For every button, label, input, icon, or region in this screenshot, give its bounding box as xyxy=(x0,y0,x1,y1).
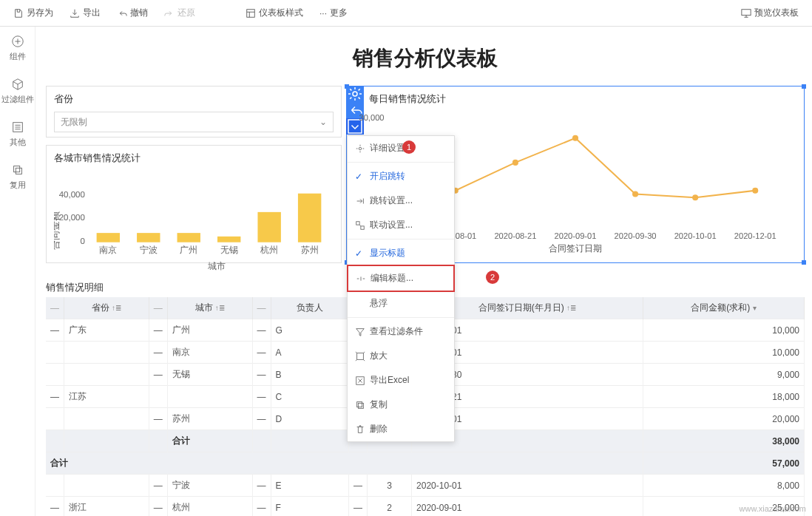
svg-text:宁波: 宁波 xyxy=(140,245,158,254)
preview-button[interactable]: 预览仪表板 xyxy=(735,4,805,22)
svg-rect-4 xyxy=(13,166,19,172)
cube-icon xyxy=(11,78,24,91)
svg-rect-9 xyxy=(97,233,120,242)
ctx-delete-label: 删除 xyxy=(370,423,388,435)
style-icon xyxy=(246,8,256,18)
content-area: 销售分析仪表板 省份 无限制 ⌄ 各城市销售情况统计 合同金额 40,000 xyxy=(35,27,812,516)
svg-point-27 xyxy=(572,135,578,141)
svg-rect-5 xyxy=(16,168,21,174)
table-row[interactable]: —浙江—杭州—F—22020-09-0125,000 xyxy=(46,497,805,517)
redo-label: 还原 xyxy=(177,7,195,19)
svg-text:0: 0 xyxy=(80,237,84,245)
ctx-showtitle-label: 显示标题 xyxy=(370,247,405,259)
resize-handle[interactable] xyxy=(802,84,806,89)
ctx-copy[interactable]: 复制 xyxy=(348,393,454,417)
province-select[interactable]: 无限制 ⌄ xyxy=(54,112,334,132)
th-owner[interactable]: 负责人 xyxy=(271,297,348,319)
save-as-icon xyxy=(13,8,24,18)
svg-text:30,000: 30,000 xyxy=(359,113,385,122)
callout-badge-1: 1 xyxy=(402,140,416,154)
province-panel[interactable]: 省份 无限制 ⌄ xyxy=(46,86,342,138)
svg-point-38 xyxy=(359,147,362,150)
check-icon: ✓ xyxy=(355,172,365,182)
more-button[interactable]: ···更多 xyxy=(314,4,353,22)
sidebar-reuse[interactable]: 复用 xyxy=(0,155,35,198)
left-sidebar: 组件 过滤组件 其他 复用 xyxy=(0,27,35,516)
sidebar-add-label: 组件 xyxy=(10,51,26,62)
ctx-link-settings[interactable]: 联动设置... xyxy=(348,213,454,237)
copy-icon xyxy=(11,163,24,177)
redo-button: 还原 xyxy=(158,4,201,22)
svg-point-21 xyxy=(353,92,357,96)
ctx-jump-label: 开启跳转 xyxy=(370,170,405,183)
table-row[interactable]: 合计57,000 xyxy=(46,452,805,475)
th-collapse[interactable]: — xyxy=(149,297,167,319)
bar-chart: 合同金额 40,000 20,000 0 南京宁波广州无锡杭州苏州 城市 xyxy=(54,172,348,289)
ctx-view-filter[interactable]: 查看过滤条件 xyxy=(348,319,454,344)
svg-text:20,000: 20,000 xyxy=(59,213,85,222)
context-menu: 详细设置... ✓开启跳转 跳转设置... 联动设置... ✓显示标题 编辑标题… xyxy=(347,135,455,442)
sort-icon[interactable]: ↑≣ xyxy=(566,304,576,312)
svg-text:2020-08-21: 2020-08-21 xyxy=(494,231,536,240)
th-collapse[interactable]: — xyxy=(46,297,64,319)
sort-icon[interactable]: ↑≣ xyxy=(112,304,121,312)
sidebar-other-label: 其他 xyxy=(10,137,26,148)
th-city[interactable]: 城市 ↑≣ xyxy=(167,297,252,319)
province-select-value: 无限制 xyxy=(61,116,87,129)
ctx-edit-title[interactable]: 编辑标题... xyxy=(347,265,455,292)
svg-point-26 xyxy=(512,160,518,166)
ctx-float[interactable]: 悬浮 xyxy=(348,291,454,316)
sidebar-filter-label: 过滤组件 xyxy=(1,94,34,105)
svg-text:苏州: 苏州 xyxy=(301,245,319,254)
callout-badge-2: 2 xyxy=(486,271,499,284)
resize-handle[interactable] xyxy=(802,260,806,265)
svg-point-30 xyxy=(752,188,758,194)
svg-rect-43 xyxy=(357,401,362,407)
th-collapse[interactable]: — xyxy=(252,297,271,319)
table-row[interactable]: —宁波—E—32020-10-018,000 xyxy=(46,475,805,497)
save-as-button[interactable]: 另存为 xyxy=(7,4,59,22)
preview-label: 预览仪表板 xyxy=(754,7,799,19)
ctx-zoom[interactable]: 放大 xyxy=(348,344,454,368)
ctx-delete[interactable]: 删除 xyxy=(348,417,454,441)
copy-icon xyxy=(355,400,365,410)
ctx-show-title[interactable]: ✓显示标题 xyxy=(348,241,454,265)
undo-label: 撤销 xyxy=(130,7,148,19)
resize-handle[interactable] xyxy=(345,84,349,89)
svg-rect-19 xyxy=(298,194,321,242)
th-province[interactable]: 省份 ↑≣ xyxy=(64,297,149,319)
sidebar-add[interactable]: 组件 xyxy=(0,27,35,69)
watermark: www.xiazaiba.com xyxy=(740,504,806,513)
svg-rect-41 xyxy=(357,353,364,359)
svg-text:广州: 广州 xyxy=(180,245,197,254)
sidebar-filter[interactable]: 过滤组件 xyxy=(0,69,35,112)
sidebar-other[interactable]: 其他 xyxy=(0,112,35,155)
svg-rect-1 xyxy=(742,9,751,15)
ctx-jumpcfg-label: 跳转设置... xyxy=(370,194,413,207)
line-chart-panel[interactable]: 每日销售情况统计 30,000 7-012020-08-012020-08-21… xyxy=(346,86,805,263)
sort-icon[interactable]: ↑≣ xyxy=(215,304,225,312)
bar-chart-title: 各城市销售情况统计 xyxy=(47,146,341,171)
ctx-jump-settings[interactable]: 跳转设置... xyxy=(348,189,454,213)
svg-rect-15 xyxy=(217,237,240,242)
province-title: 省份 xyxy=(47,86,341,112)
ctx-edittitle-label: 编辑标题... xyxy=(371,272,413,285)
chevron-down-icon: ⌄ xyxy=(319,117,327,127)
export-button[interactable]: 导出 xyxy=(64,4,106,22)
ctx-jump-toggle[interactable]: ✓开启跳转 xyxy=(348,164,454,189)
ctx-export-excel[interactable]: 导出Excel xyxy=(348,368,454,393)
filter-icon xyxy=(355,327,365,337)
bar-chart-panel[interactable]: 各城市销售情况统计 合同金额 40,000 20,000 0 南京宁波广州无锡杭… xyxy=(46,145,342,263)
chevron-down-icon[interactable]: ▾ xyxy=(753,304,757,312)
plus-circle-icon xyxy=(11,35,24,48)
link-icon xyxy=(355,220,365,231)
export-icon xyxy=(70,8,80,18)
more-icon: ··· xyxy=(319,8,327,18)
ctx-detail-settings[interactable]: 详细设置... xyxy=(348,136,454,160)
edit-icon xyxy=(356,274,366,284)
th-amount[interactable]: 合同金额(求和) ▾ xyxy=(643,297,804,319)
dashboard-style-button[interactable]: 仪表板样式 xyxy=(240,4,309,22)
sidebar-reuse-label: 复用 xyxy=(10,180,26,191)
svg-rect-44 xyxy=(358,403,363,408)
undo-button[interactable]: 撤销 xyxy=(111,4,154,22)
